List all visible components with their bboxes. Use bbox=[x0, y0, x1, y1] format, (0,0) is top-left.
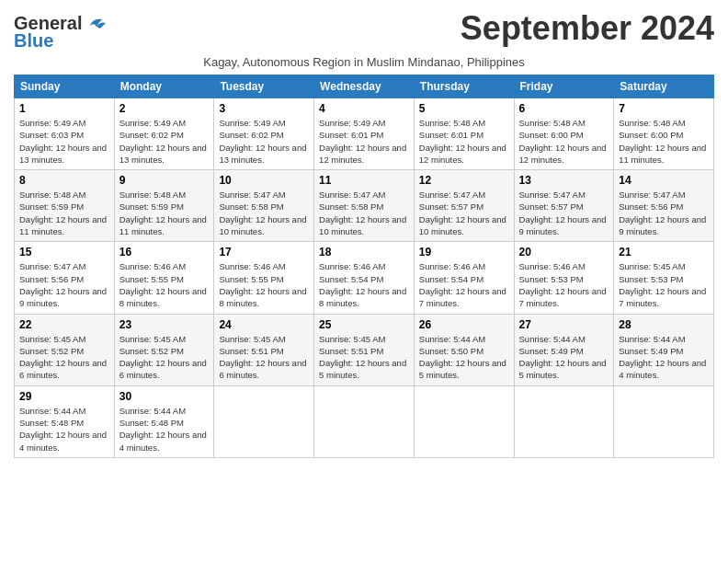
calendar-week-row: 8 Sunrise: 5:48 AMSunset: 5:59 PMDayligh… bbox=[15, 170, 714, 242]
day-number: 10 bbox=[219, 174, 309, 187]
logo-blue: Blue bbox=[14, 30, 53, 52]
logo-bird-icon bbox=[84, 14, 109, 34]
empty-cell bbox=[514, 385, 614, 457]
table-row: 27 Sunrise: 5:44 AMSunset: 5:49 PMDaylig… bbox=[514, 314, 614, 385]
table-row: 19 Sunrise: 5:46 AMSunset: 5:54 PMDaylig… bbox=[414, 242, 514, 314]
day-number: 30 bbox=[119, 390, 210, 403]
day-number: 1 bbox=[19, 102, 109, 115]
day-info: Sunrise: 5:44 AMSunset: 5:48 PMDaylight:… bbox=[119, 405, 210, 454]
header-friday: Friday bbox=[514, 75, 614, 98]
day-number: 23 bbox=[119, 318, 210, 331]
empty-cell bbox=[614, 385, 714, 457]
header-monday: Monday bbox=[114, 75, 214, 98]
day-number: 16 bbox=[119, 246, 210, 259]
empty-cell bbox=[414, 385, 514, 457]
day-info: Sunrise: 5:45 AMSunset: 5:51 PMDaylight:… bbox=[219, 333, 309, 382]
table-row: 8 Sunrise: 5:48 AMSunset: 5:59 PMDayligh… bbox=[15, 170, 115, 242]
table-row: 26 Sunrise: 5:44 AMSunset: 5:50 PMDaylig… bbox=[414, 314, 514, 385]
table-row: 29 Sunrise: 5:44 AMSunset: 5:48 PMDaylig… bbox=[15, 385, 115, 457]
day-number: 27 bbox=[519, 318, 609, 331]
day-number: 20 bbox=[519, 246, 609, 259]
day-number: 4 bbox=[319, 102, 409, 115]
header-wednesday: Wednesday bbox=[314, 75, 415, 98]
table-row: 7 Sunrise: 5:48 AMSunset: 6:00 PMDayligh… bbox=[614, 98, 714, 170]
table-row: 30 Sunrise: 5:44 AMSunset: 5:48 PMDaylig… bbox=[114, 385, 214, 457]
subtitle: Kagay, Autonomous Region in Muslim Minda… bbox=[14, 55, 714, 69]
empty-cell bbox=[214, 385, 314, 457]
table-row: 4 Sunrise: 5:49 AMSunset: 6:01 PMDayligh… bbox=[314, 98, 415, 170]
day-info: Sunrise: 5:48 AMSunset: 5:59 PMDaylight:… bbox=[19, 189, 109, 237]
calendar-week-row: 22 Sunrise: 5:45 AMSunset: 5:52 PMDaylig… bbox=[15, 314, 714, 385]
day-number: 21 bbox=[619, 246, 709, 259]
day-number: 2 bbox=[119, 102, 210, 115]
table-row: 23 Sunrise: 5:45 AMSunset: 5:52 PMDaylig… bbox=[114, 314, 214, 385]
day-info: Sunrise: 5:49 AMSunset: 6:01 PMDaylight:… bbox=[319, 117, 409, 166]
weekday-header-row: Sunday Monday Tuesday Wednesday Thursday… bbox=[15, 75, 714, 98]
table-row: 18 Sunrise: 5:46 AMSunset: 5:54 PMDaylig… bbox=[314, 242, 415, 314]
day-info: Sunrise: 5:45 AMSunset: 5:53 PMDaylight:… bbox=[619, 260, 709, 309]
day-info: Sunrise: 5:46 AMSunset: 5:54 PMDaylight:… bbox=[319, 260, 409, 309]
calendar-week-row: 29 Sunrise: 5:44 AMSunset: 5:48 PMDaylig… bbox=[15, 385, 714, 457]
day-info: Sunrise: 5:47 AMSunset: 5:56 PMDaylight:… bbox=[19, 260, 109, 309]
day-number: 3 bbox=[219, 102, 309, 115]
day-number: 24 bbox=[219, 318, 309, 331]
calendar-week-row: 15 Sunrise: 5:47 AMSunset: 5:56 PMDaylig… bbox=[15, 242, 714, 314]
table-row: 20 Sunrise: 5:46 AMSunset: 5:53 PMDaylig… bbox=[514, 242, 614, 314]
day-info: Sunrise: 5:47 AMSunset: 5:57 PMDaylight:… bbox=[419, 189, 509, 237]
day-info: Sunrise: 5:48 AMSunset: 5:59 PMDaylight:… bbox=[119, 189, 210, 237]
table-row: 12 Sunrise: 5:47 AMSunset: 5:57 PMDaylig… bbox=[414, 170, 514, 242]
day-info: Sunrise: 5:49 AMSunset: 6:02 PMDaylight:… bbox=[219, 117, 309, 166]
table-row: 13 Sunrise: 5:47 AMSunset: 5:57 PMDaylig… bbox=[514, 170, 614, 242]
day-info: Sunrise: 5:45 AMSunset: 5:51 PMDaylight:… bbox=[319, 333, 409, 382]
day-info: Sunrise: 5:48 AMSunset: 6:00 PMDaylight:… bbox=[519, 117, 609, 166]
day-number: 9 bbox=[119, 174, 210, 187]
day-info: Sunrise: 5:46 AMSunset: 5:55 PMDaylight:… bbox=[219, 260, 309, 309]
day-info: Sunrise: 5:44 AMSunset: 5:49 PMDaylight:… bbox=[619, 333, 709, 382]
day-info: Sunrise: 5:48 AMSunset: 6:01 PMDaylight:… bbox=[419, 117, 509, 166]
table-row: 3 Sunrise: 5:49 AMSunset: 6:02 PMDayligh… bbox=[214, 98, 314, 170]
table-row: 5 Sunrise: 5:48 AMSunset: 6:01 PMDayligh… bbox=[414, 98, 514, 170]
month-title: September 2024 bbox=[461, 9, 714, 48]
table-row: 6 Sunrise: 5:48 AMSunset: 6:00 PMDayligh… bbox=[514, 98, 614, 170]
day-info: Sunrise: 5:47 AMSunset: 5:58 PMDaylight:… bbox=[319, 189, 409, 237]
table-row: 15 Sunrise: 5:47 AMSunset: 5:56 PMDaylig… bbox=[15, 242, 115, 314]
day-number: 26 bbox=[419, 318, 509, 331]
table-row: 14 Sunrise: 5:47 AMSunset: 5:56 PMDaylig… bbox=[614, 170, 714, 242]
day-info: Sunrise: 5:44 AMSunset: 5:48 PMDaylight:… bbox=[19, 405, 109, 454]
table-row: 24 Sunrise: 5:45 AMSunset: 5:51 PMDaylig… bbox=[214, 314, 314, 385]
table-row: 9 Sunrise: 5:48 AMSunset: 5:59 PMDayligh… bbox=[114, 170, 214, 242]
day-info: Sunrise: 5:44 AMSunset: 5:50 PMDaylight:… bbox=[419, 333, 509, 382]
day-info: Sunrise: 5:47 AMSunset: 5:57 PMDaylight:… bbox=[519, 189, 609, 237]
day-number: 13 bbox=[519, 174, 609, 187]
day-number: 22 bbox=[19, 318, 109, 331]
day-info: Sunrise: 5:46 AMSunset: 5:55 PMDaylight:… bbox=[119, 260, 210, 309]
calendar-table: Sunday Monday Tuesday Wednesday Thursday… bbox=[14, 75, 714, 458]
day-info: Sunrise: 5:49 AMSunset: 6:02 PMDaylight:… bbox=[119, 117, 210, 166]
page-header: General Blue September 2024 bbox=[14, 9, 714, 52]
day-number: 25 bbox=[319, 318, 409, 331]
day-info: Sunrise: 5:49 AMSunset: 6:03 PMDaylight:… bbox=[19, 117, 109, 166]
day-info: Sunrise: 5:45 AMSunset: 5:52 PMDaylight:… bbox=[19, 333, 109, 382]
calendar-week-row: 1 Sunrise: 5:49 AMSunset: 6:03 PMDayligh… bbox=[15, 98, 714, 170]
empty-cell bbox=[314, 385, 415, 457]
day-info: Sunrise: 5:47 AMSunset: 5:56 PMDaylight:… bbox=[619, 189, 709, 237]
table-row: 25 Sunrise: 5:45 AMSunset: 5:51 PMDaylig… bbox=[314, 314, 415, 385]
day-number: 8 bbox=[19, 174, 109, 187]
day-number: 28 bbox=[619, 318, 709, 331]
day-info: Sunrise: 5:47 AMSunset: 5:58 PMDaylight:… bbox=[219, 189, 309, 237]
day-number: 11 bbox=[319, 174, 409, 187]
day-info: Sunrise: 5:44 AMSunset: 5:49 PMDaylight:… bbox=[519, 333, 609, 382]
table-row: 17 Sunrise: 5:46 AMSunset: 5:55 PMDaylig… bbox=[214, 242, 314, 314]
table-row: 28 Sunrise: 5:44 AMSunset: 5:49 PMDaylig… bbox=[614, 314, 714, 385]
day-number: 29 bbox=[19, 390, 109, 403]
logo: General Blue bbox=[14, 13, 109, 52]
day-number: 17 bbox=[219, 246, 309, 259]
day-number: 6 bbox=[519, 102, 609, 115]
day-info: Sunrise: 5:48 AMSunset: 6:00 PMDaylight:… bbox=[619, 117, 709, 166]
table-row: 11 Sunrise: 5:47 AMSunset: 5:58 PMDaylig… bbox=[314, 170, 415, 242]
header-sunday: Sunday bbox=[15, 75, 115, 98]
table-row: 16 Sunrise: 5:46 AMSunset: 5:55 PMDaylig… bbox=[114, 242, 214, 314]
day-info: Sunrise: 5:45 AMSunset: 5:52 PMDaylight:… bbox=[119, 333, 210, 382]
day-number: 19 bbox=[419, 246, 509, 259]
day-number: 15 bbox=[19, 246, 109, 259]
